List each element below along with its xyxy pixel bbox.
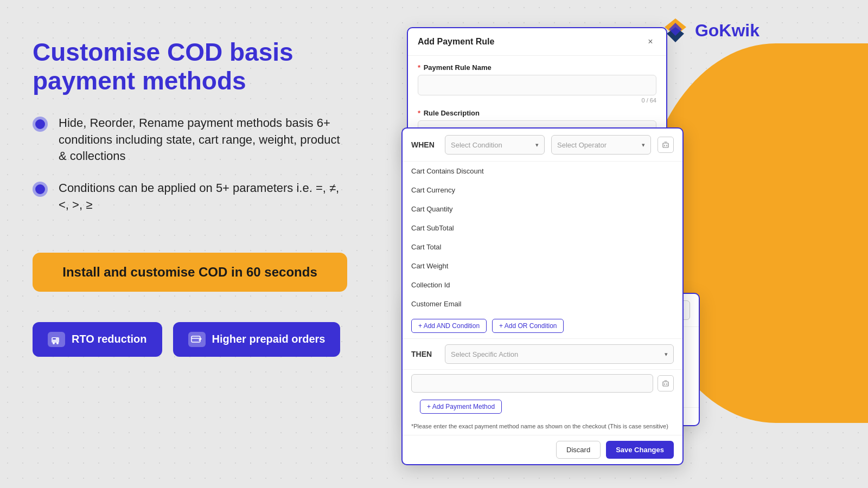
rto-reduction-button[interactable]: RTO reduction [33, 322, 162, 357]
modal-close-button[interactable]: × [644, 36, 656, 48]
prepaid-button-label: Higher prepaid orders [212, 333, 326, 345]
required-mark-2: * [418, 109, 420, 117]
rto-icon [48, 332, 65, 347]
required-mark: * [418, 63, 420, 72]
bullet-icon [33, 117, 48, 132]
svg-rect-4 [192, 336, 200, 342]
svg-rect-1 [53, 338, 56, 339]
bottom-buttons: RTO reduction Higher prepaid orders [33, 322, 391, 357]
list-item-text: Hide, Reorder, Rename payment methods ba… [59, 115, 347, 165]
payment-rule-name-input[interactable] [418, 75, 656, 95]
then-chevron-icon: ▾ [665, 351, 668, 358]
payment-rule-name-label: * Payment Rule Name [418, 63, 656, 72]
cta-button[interactable]: Install and customise COD in 60 seconds [33, 253, 347, 292]
note-text: *Please enter the exact payment method n… [403, 420, 682, 435]
condition-select[interactable]: Select Condition ▾ [445, 135, 545, 155]
then-label: THEN [411, 350, 438, 358]
modal-title: Add Payment Rule [418, 37, 494, 47]
operator-select[interactable]: Select Operator ▾ [551, 135, 651, 155]
when-label: WHEN [411, 140, 438, 149]
higher-prepaid-button[interactable]: Higher prepaid orders [173, 322, 341, 357]
when-condition-dropdown: WHEN Select Condition ▾ Select Operator … [401, 127, 684, 465]
condition-item-cart-contains-discount[interactable]: Cart Contains Discount [403, 162, 682, 181]
condition-item-cart-subtotal[interactable]: Cart SubTotal [403, 219, 682, 237]
add-payment-method-button[interactable]: + Add Payment Method [420, 400, 502, 414]
list-item: Hide, Reorder, Rename payment methods ba… [33, 115, 347, 165]
svg-rect-13 [663, 382, 668, 386]
add-and-condition-button[interactable]: + Add AND Condition [411, 319, 487, 333]
payment-rule-name-counter: 0 / 64 [418, 97, 656, 104]
main-title: Customise COD basis payment methods [33, 38, 347, 95]
logo-text: GoKwik [695, 21, 760, 41]
discard-button[interactable]: Discard [556, 441, 601, 459]
add-condition-row: + Add AND Condition + Add OR Condition [403, 313, 682, 338]
rule-description-label: * Rule Description [418, 109, 656, 117]
delete-then-button[interactable] [658, 375, 674, 391]
svg-rect-0 [52, 337, 59, 343]
bullet-icon [33, 182, 48, 197]
rto-button-label: RTO reduction [72, 333, 147, 345]
payment-rule-name-field: * Payment Rule Name 0 / 64 [418, 63, 656, 104]
add-or-condition-button[interactable]: + Add OR Condition [492, 319, 564, 333]
condition-item-cart-weight[interactable]: Cart Weight [403, 256, 682, 275]
modal-footer: Discard Save Changes [403, 435, 682, 464]
logo-go: Go [695, 21, 719, 40]
then-input-row [403, 370, 682, 397]
condition-item-collection-id[interactable]: Collection Id [403, 275, 682, 294]
operator-chevron-icon: ▾ [642, 142, 645, 149]
logo-kwik: Kwik [719, 21, 760, 40]
delete-condition-button[interactable] [658, 137, 674, 153]
condition-item-cart-quantity[interactable]: Cart Quantity [403, 200, 682, 219]
then-select-placeholder: Select Specific Action [451, 350, 518, 358]
prepaid-icon [188, 332, 206, 347]
list-item-text: Conditions can be applied on 5+ paramete… [59, 180, 347, 214]
list-item: Conditions can be applied on 5+ paramete… [33, 180, 347, 214]
condition-item-cart-total[interactable]: Cart Total [403, 237, 682, 256]
svg-point-3 [56, 342, 59, 344]
condition-select-placeholder: Select Condition [451, 141, 502, 149]
condition-chevron-icon: ▾ [535, 142, 539, 149]
logo-area: GoKwik [661, 16, 760, 44]
save-changes-button[interactable]: Save Changes [606, 441, 674, 459]
right-panel: GoKwik Add Payment Rule × * Payment Rule… [391, 22, 835, 466]
then-action-select[interactable]: Select Specific Action ▾ [445, 344, 674, 364]
modal-header: Add Payment Rule × [408, 28, 666, 56]
condition-item-cart-currency[interactable]: Cart Currency [403, 181, 682, 200]
operator-select-placeholder: Select Operator [557, 141, 607, 149]
condition-item-customer-email[interactable]: Customer Email [403, 294, 682, 313]
svg-rect-9 [663, 143, 668, 147]
then-payment-input[interactable] [411, 374, 653, 393]
then-row: THEN Select Specific Action ▾ [403, 338, 682, 370]
condition-dropdown-list: Cart Contains Discount Cart Currency Car… [403, 162, 682, 313]
when-row: WHEN Select Condition ▾ Select Operator … [403, 129, 682, 162]
feature-list: Hide, Reorder, Rename payment methods ba… [33, 115, 391, 229]
svg-point-2 [53, 342, 55, 344]
left-panel: Customise COD basis payment methods Hide… [33, 22, 391, 466]
